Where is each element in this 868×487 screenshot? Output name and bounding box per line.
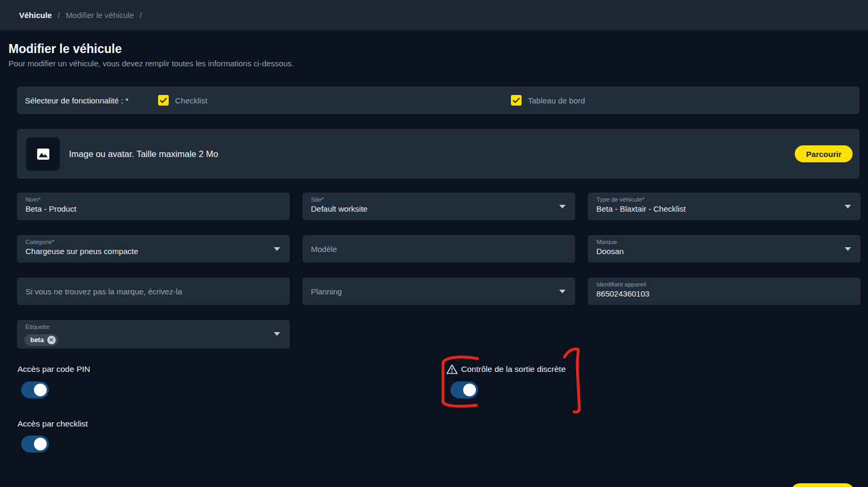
chevron-down-icon [559,290,566,293]
type-vehicule-select[interactable]: Type de véhicule* Beta - Blaxtair - Chec… [588,193,861,220]
sortie-discrete-toggle[interactable] [450,381,478,398]
checklist-toggle[interactable] [21,436,49,453]
nom-field[interactable]: Nom* Beta - Product [17,193,290,220]
feature-selector-label: Sélecteur de fonctionnalité : * [25,86,128,114]
save-button-partial[interactable] [791,483,855,487]
identifiant-appareil-value: 865024360103 [596,289,852,298]
categorie-label: Catégorie* [25,239,281,245]
marque-label: Marque [596,239,852,245]
breadcrumb: Véhicule / Modifier le véhicule / [0,0,868,30]
checkmark-icon [160,98,167,103]
page-subtitle: Pour modifier un véhicule, vous devez re… [8,59,294,68]
planning-placeholder: Planning [311,287,342,296]
checkmark-icon [513,98,520,103]
modele-placeholder: Modèle [311,245,337,254]
pin-toggle-label: Accès par code PIN [18,364,90,374]
marque-select[interactable]: Marque Doosan [588,235,861,263]
marque-libre-field[interactable]: Si vous ne trouvez pas la marque, écrive… [17,277,290,305]
modele-field[interactable]: Modèle [302,235,575,263]
identifiant-appareil-label: Identifiant appareil [596,281,852,288]
identifiant-appareil-field[interactable]: Identifiant appareil 865024360103 [588,277,861,305]
pin-toggle[interactable] [21,381,49,398]
page-title: Modifier le véhicule [8,42,121,56]
site-label: Site* [311,196,567,203]
checkbox-tableau-de-bord-label: Tableau de bord [528,86,585,114]
checklist-toggle-label: Accès par checklist [18,419,88,429]
etiquette-select[interactable]: Étiquette beta ✕ [17,320,290,349]
image-upload-panel: Image ou avatar. Taille maximale 2 Mo Pa… [17,129,860,179]
site-select[interactable]: Site* Default worksite [302,193,575,220]
chevron-down-icon [274,332,280,336]
marque-libre-placeholder: Si vous ne trouvez pas la marque, écrive… [25,287,182,296]
warning-icon [446,364,458,375]
site-value: Default worksite [311,204,567,213]
nom-value: Beta - Product [25,204,281,213]
checkbox-checklist[interactable] [158,95,169,106]
chevron-down-icon [845,247,851,251]
tag-chip: beta ✕ [24,334,58,346]
sortie-discrete-toggle-label: Contrôle de la sortie discrète [461,364,566,374]
browse-button[interactable]: Parcourir [795,145,853,162]
marque-value: Doosan [596,247,852,256]
breadcrumb-separator: / [140,11,142,20]
breadcrumb-item-vehicule[interactable]: Véhicule [19,11,52,20]
chip-remove-icon[interactable]: ✕ [47,336,56,344]
feature-selector-bar: Sélecteur de fonctionnalité : * Checklis… [17,86,860,114]
breadcrumb-item-modifier: Modifier le véhicule [66,11,134,20]
chevron-down-icon [559,205,566,208]
tag-chip-label: beta [30,336,44,344]
checkbox-checklist-label: Checklist [175,86,207,114]
image-placeholder [26,137,60,171]
chevron-down-icon [845,205,851,208]
upload-hint-text: Image ou avatar. Taille maximale 2 Mo [69,129,218,179]
categorie-value: Chargeuse sur pneus compacte [25,247,281,256]
type-vehicule-label: Type de véhicule* [596,196,852,203]
checkbox-tableau-de-bord[interactable] [511,95,522,106]
nom-label: Nom* [25,196,281,203]
categorie-select[interactable]: Catégorie* Chargeuse sur pneus compacte [17,235,290,263]
breadcrumb-separator: / [58,11,60,20]
etiquette-label: Étiquette [25,324,281,330]
planning-select[interactable]: Planning [302,277,575,305]
chevron-down-icon [274,247,280,251]
type-vehicule-value: Beta - Blaxtair - Checklist [596,204,852,213]
image-icon [37,149,49,160]
